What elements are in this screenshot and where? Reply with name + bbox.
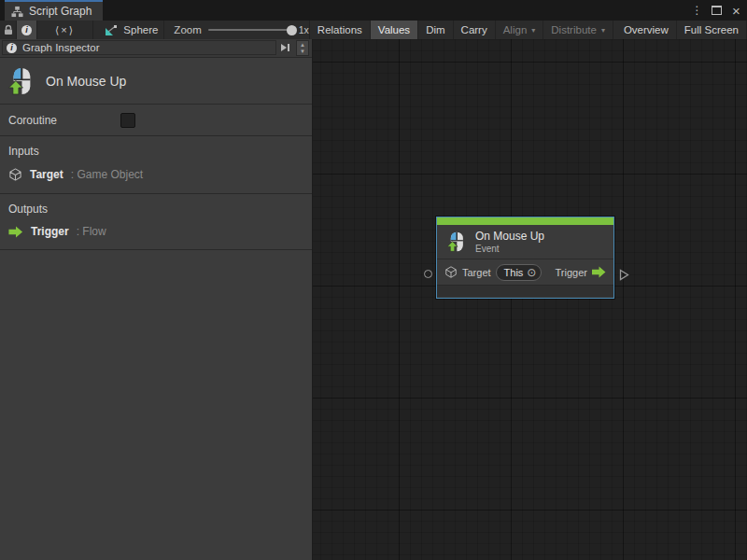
inputs-section: Inputs Target : Game Object (0, 136, 312, 194)
scroll-up-icon[interactable]: ▲ (297, 41, 308, 49)
inspector-title: Graph Inspector (22, 42, 99, 53)
graph-asset-icon (105, 24, 118, 36)
breadcrumb[interactable]: Sphere (93, 21, 164, 39)
close-icon[interactable]: × (728, 3, 744, 19)
outputs-section: Outputs Trigger : Flow (0, 194, 312, 250)
tab-script-graph[interactable]: Script Graph (5, 0, 103, 21)
target-port-label: Target (462, 267, 491, 278)
target-value-pill[interactable]: This ⊙ (496, 264, 543, 281)
coroutine-label: Coroutine (8, 114, 120, 127)
lock-icon (3, 24, 14, 35)
node-input-connection-port[interactable] (424, 270, 432, 278)
lock-button[interactable] (0, 21, 17, 39)
node-titles: On Mouse Up Event (475, 230, 544, 254)
coroutine-checkbox[interactable] (120, 113, 135, 128)
flow-arrow-icon (8, 226, 23, 238)
distribute-dropdown[interactable]: Distribute ▾ (543, 21, 613, 39)
script-graph-icon (11, 6, 23, 18)
zoom-slider-handle[interactable] (287, 25, 297, 35)
graph-inspector-panel: i Graph Inspector ▲ ▼ (0, 39, 313, 560)
input-port-row: Target : Game Object (8, 167, 303, 182)
unit-title-block: On Mouse Up (0, 58, 312, 105)
zoom-label: Zoom (174, 24, 201, 35)
node-ports-row: Target This ⊙ Trigger (437, 259, 613, 285)
outputs-title: Outputs (8, 203, 303, 216)
target-value: This (504, 267, 524, 278)
mouse-up-icon (7, 67, 35, 95)
breadcrumb-label: Sphere (123, 24, 158, 35)
window-controls: ⋮ × (689, 0, 744, 21)
node-title: On Mouse Up (475, 230, 544, 243)
carry-button[interactable]: Carry (454, 21, 496, 39)
node-header[interactable]: On Mouse Up Event (437, 225, 613, 259)
dock-icon (279, 43, 290, 52)
tab-label: Script Graph (29, 5, 92, 18)
output-port-name: Trigger (31, 225, 69, 238)
node-subtitle: Event (475, 244, 544, 254)
script-graph-window: Script Graph ⋮ × i ⟨×⟩ (0, 0, 747, 560)
overview-button[interactable]: Overview (616, 21, 677, 39)
scroll-down-icon[interactable]: ▼ (297, 49, 308, 56)
dock-panel-button[interactable] (277, 41, 292, 54)
info-icon: i (7, 43, 17, 53)
dim-button[interactable]: Dim (418, 21, 453, 39)
mouse-up-icon (446, 231, 467, 252)
inspector-header: i Graph Inspector ▲ ▼ (0, 39, 312, 58)
info-icon: i (21, 25, 32, 35)
values-button[interactable]: Values (371, 21, 418, 39)
chevron-down-icon: ▾ (531, 26, 535, 35)
node-output-connection-port[interactable] (619, 269, 629, 281)
relations-button[interactable]: Relations (310, 21, 371, 39)
inspector-header-titlebox: i Graph Inspector (2, 40, 276, 55)
zoom-slider[interactable] (208, 29, 292, 31)
coroutine-row: Coroutine (0, 105, 312, 136)
flow-arrow-icon (592, 266, 606, 278)
panel-scroll-spinner: ▲ ▼ (296, 40, 309, 56)
window-menu-icon[interactable]: ⋮ (689, 3, 705, 19)
tab-bar: Script Graph ⋮ × (0, 0, 747, 21)
object-picker-icon[interactable]: ⊙ (527, 267, 536, 278)
chevron-down-icon: ▾ (601, 26, 605, 35)
align-dropdown[interactable]: Align ▾ (496, 21, 544, 39)
game-object-cube-icon (8, 167, 22, 182)
output-port-row: Trigger : Flow (8, 225, 303, 238)
maximize-icon[interactable] (709, 3, 725, 19)
output-port-type: : Flow (77, 225, 106, 238)
zoom-level: 1x (299, 24, 309, 35)
input-port-type: : Game Object (71, 168, 143, 181)
full-screen-button[interactable]: Full Screen (677, 21, 747, 39)
node-footer (437, 285, 613, 297)
graph-toolbar: i ⟨×⟩ Sphere Zoom 1x Relations Values Di… (0, 21, 747, 40)
on-mouse-up-node[interactable]: On Mouse Up Event Target This ⊙ Trigger (436, 217, 614, 299)
inspector-toggle-button[interactable]: i (17, 21, 36, 39)
inputs-title: Inputs (8, 145, 303, 158)
align-label: Align (503, 24, 528, 35)
event-accent-bar (437, 217, 613, 225)
game-object-cube-icon (444, 265, 458, 279)
trigger-port[interactable]: Trigger (556, 266, 606, 278)
zoom-control: Zoom 1x (164, 21, 310, 39)
input-port-name: Target (30, 168, 63, 181)
maximize-icon-shape (712, 6, 722, 15)
edit-code-button[interactable]: ⟨×⟩ (37, 21, 94, 39)
unit-title: On Mouse Up (46, 74, 126, 89)
graph-canvas[interactable]: On Mouse Up Event Target This ⊙ Trigger (313, 39, 747, 560)
trigger-port-label: Trigger (556, 267, 587, 278)
distribute-label: Distribute (551, 24, 597, 35)
